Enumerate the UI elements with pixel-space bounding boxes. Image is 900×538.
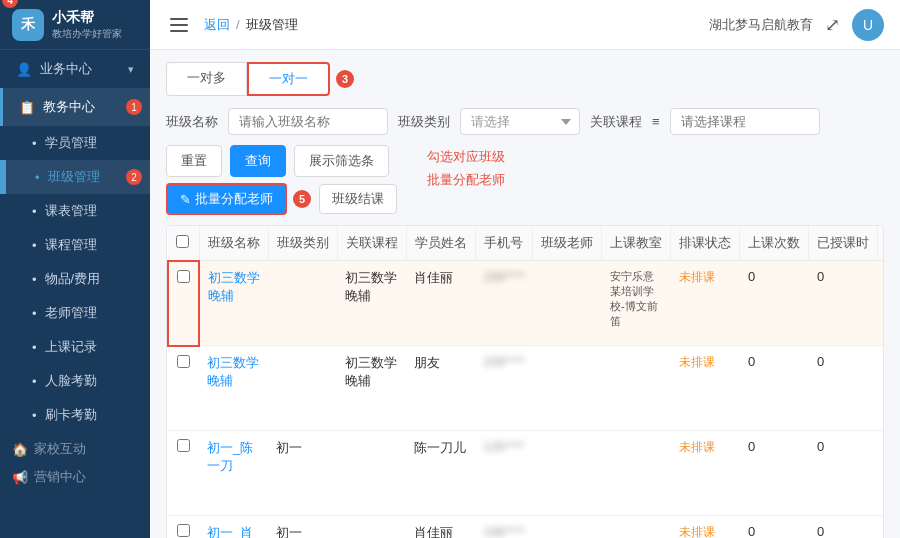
th-schedule: 排课状态 [671, 226, 740, 261]
sidebar-item-course[interactable]: • 课程管理 [0, 228, 150, 262]
sidebar: 禾 小禾帮 教培办学好管家 👤 业务中心 ▾ 📋 教务中心 1 ▾ • 学员管理… [0, 0, 150, 538]
left-buttons: 重置 查询 展示筛选条 ✎ 批量分配老师 5 班级结课 [166, 145, 397, 215]
th-teacher: 班级老师 [533, 226, 602, 261]
dot-icon: • [32, 306, 37, 321]
classroom-cell [602, 346, 671, 431]
class-type-cell [268, 346, 337, 431]
sidebar-item-card-attend[interactable]: • 刷卡考勤 [0, 398, 150, 432]
reset-button[interactable]: 重置 [166, 145, 222, 177]
sidebar-section-label: 营销中心 [34, 468, 86, 486]
class-name-link[interactable]: 初三数学晚辅 [207, 355, 259, 388]
more-filters-button[interactable]: 展示筛选条 [294, 145, 389, 177]
marketing-section[interactable]: 📢 营销中心 [0, 460, 150, 488]
sidebar-sub-label: 学员管理 [45, 134, 97, 152]
dot-icon: • [32, 374, 37, 389]
table-header-row: 班级名称 班级类别 关联课程 学员姓名 手机号 班级老师 上课教室 排课状态 上… [168, 226, 884, 261]
classroom-cell: 安宁乐意某培训学校-博文前笛 [602, 261, 671, 346]
phone-cell: 158**** [475, 346, 533, 431]
row-check-cell [168, 346, 199, 431]
sidebar-item-schedule[interactable]: • 课表管理 [0, 194, 150, 228]
th-class-name: 班级名称 [199, 226, 268, 261]
content-area: 一对多 一对一 3 班级名称 班级类别 请选择 关联课程 ≡ [150, 50, 900, 538]
hamburger-menu[interactable] [166, 14, 192, 36]
course-label: 关联课程 [590, 113, 642, 131]
annotation-check: 勾选对应班级 [427, 145, 505, 168]
hours-cell: 0 [809, 516, 878, 539]
header-right: 湖北梦马启航教育 ⤢ U [709, 9, 884, 41]
assign-icon: ✎ [180, 192, 191, 207]
avatar[interactable]: U [852, 9, 884, 41]
student-cell: 朋友 [406, 346, 475, 431]
phone-cell: 188**** [475, 261, 533, 346]
sidebar-item-attendance[interactable]: • 上课记录 [0, 330, 150, 364]
sidebar-item-teacher[interactable]: • 老师管理 [0, 296, 150, 330]
sidebar-item-face-attend[interactable]: • 人脸考勤 [0, 364, 150, 398]
dot-icon: • [32, 408, 37, 423]
sidebar-sub-label: 课程管理 [45, 236, 97, 254]
sidebar-item-expense[interactable]: • 物品/费用 [0, 262, 150, 296]
dot-icon: • [32, 340, 37, 355]
tab-label: 一对一 [269, 71, 308, 86]
teacher-cell [533, 516, 602, 539]
sidebar-sub-label: 上课记录 [45, 338, 97, 356]
class-mgmt-badge: 2 [126, 169, 142, 185]
row-checkbox[interactable] [177, 439, 190, 452]
sidebar-section-label: 家校互动 [34, 440, 86, 458]
th-course: 关联课程 [337, 226, 406, 261]
class-name-label: 班级名称 [166, 113, 218, 131]
end-class-button[interactable]: 班级结课 [319, 184, 397, 214]
row-checkbox[interactable] [177, 524, 190, 537]
class-name-input[interactable] [228, 108, 388, 135]
tab-one-to-many[interactable]: 一对多 [166, 62, 247, 96]
sidebar-sub-label: 老师管理 [45, 304, 97, 322]
lessons-cell: 0 [740, 431, 809, 516]
assign-teacher-button[interactable]: ✎ 批量分配老师 [166, 183, 287, 215]
table-row: 初一_肖佳丽 初一 肖佳丽 188**** 未排课 0 0 点名 编辑 [168, 516, 884, 539]
class-name-cell: 初三数学晚辅 [199, 346, 268, 431]
schedule-cell: 未排课 [671, 261, 740, 346]
class-name-cell: 初一_陈一刀 [199, 431, 268, 516]
annotation-assign: 批量分配老师 [427, 168, 505, 191]
schedule-cell: 未排课 [671, 516, 740, 539]
row-checkbox[interactable] [177, 270, 190, 283]
filter-row: 班级名称 班级类别 请选择 关联课程 ≡ [166, 108, 884, 135]
sidebar-item-student-mgmt[interactable]: • 学员管理 [0, 126, 150, 160]
class-name-link[interactable]: 初三数学晚辅 [208, 270, 260, 303]
student-cell: 肖佳丽 [406, 261, 475, 346]
sidebar-logo: 禾 小禾帮 教培办学好管家 [0, 0, 150, 50]
check-text: 勾选对应班级 [427, 149, 505, 164]
op-cell: 点名 编辑 [878, 516, 884, 539]
class-name-link[interactable]: 初一_肖佳丽 [207, 525, 253, 538]
th-check [168, 226, 199, 261]
class-type-label: 班级类别 [398, 113, 450, 131]
header: 返回 / 班级管理 湖北梦马启航教育 ⤢ U [150, 0, 900, 50]
expand-icon[interactable]: ⤢ [825, 14, 840, 36]
class-data-table: 班级名称 班级类别 关联课程 学员姓名 手机号 班级老师 上课教室 排课状态 上… [167, 226, 884, 538]
page-title: 班级管理 [246, 16, 298, 34]
class-type-select[interactable]: 请选择 [460, 108, 580, 135]
dot-icon: • [32, 204, 37, 219]
tab-one-to-one[interactable]: 一对一 [247, 62, 330, 96]
sidebar-item-class-mgmt[interactable]: • 班级管理 2 [0, 160, 150, 194]
home-school-section[interactable]: 🏠 家校互动 [0, 432, 150, 460]
class-type-cell [268, 261, 337, 346]
class-name-link[interactable]: 初一_陈一刀 [207, 440, 253, 473]
select-all-checkbox[interactable] [176, 235, 189, 248]
action-bar: 重置 查询 展示筛选条 ✎ 批量分配老师 5 班级结课 勾选对应班级 [166, 145, 884, 215]
dot-icon: • [32, 136, 37, 151]
dot-icon: • [32, 272, 37, 287]
row-checkbox[interactable] [177, 355, 190, 368]
sidebar-item-academic[interactable]: 📋 教务中心 1 ▾ [0, 88, 150, 126]
th-student: 学员姓名 [406, 226, 475, 261]
row-check-cell: 4 [168, 261, 199, 346]
query-button[interactable]: 查询 [230, 145, 286, 177]
class-name-cell: 初一_肖佳丽 [199, 516, 268, 539]
hours-cell: 0 [809, 431, 878, 516]
student-cell: 肖佳丽 [406, 516, 475, 539]
sidebar-item-business[interactable]: 👤 业务中心 ▾ [0, 50, 150, 88]
table-row: 4 初三数学晚辅 初三数学晚辅 肖佳丽 188**** 安宁乐意某培训学校-博文… [168, 261, 884, 346]
badge-5: 5 [293, 190, 311, 208]
back-button[interactable]: 返回 [204, 16, 230, 34]
op-cell: 点名 编辑 [878, 261, 884, 346]
course-input[interactable] [670, 108, 820, 135]
